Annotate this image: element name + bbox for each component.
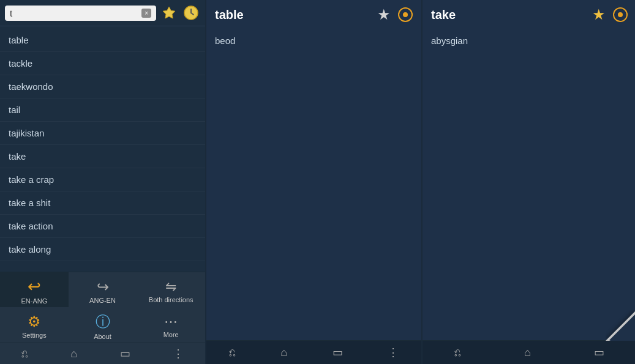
nav-label-both-directions: Both directions [149, 296, 194, 303]
left-panel: × table tackle taekwondo tail tajikistan… [0, 0, 205, 364]
nav-label-ang-en: ANG-EN [89, 297, 116, 304]
arrow-both-icon: ⇋ [165, 279, 176, 295]
middle-header: table ★ [206, 0, 421, 29]
favorite-icon[interactable]: ★ [377, 6, 391, 23]
nav-item-settings[interactable]: ⚙ Settings [0, 307, 69, 343]
list-item[interactable]: take action [0, 215, 205, 238]
star-icon[interactable] [160, 4, 178, 22]
list-item[interactable]: take along [0, 238, 205, 261]
nav-label-more: More [163, 331, 179, 338]
gear-icon: ⚙ [28, 313, 41, 330]
nav-settings-row: ⚙ Settings ⓘ About ⋯ More [0, 307, 205, 343]
right-icons: ★ [592, 6, 628, 23]
middle-system-nav: ⎌ ⌂ ▭ ⋮ [206, 340, 421, 364]
svg-marker-0 [163, 7, 175, 18]
home-icon[interactable]: ⌂ [524, 346, 531, 359]
list-item[interactable]: tajikistan [0, 122, 205, 145]
right-content: abysgian [423, 29, 635, 340]
middle-content: beod [206, 29, 421, 340]
search-input-wrapper: × [5, 6, 156, 21]
back-icon[interactable]: ⎌ [454, 346, 461, 359]
search-input[interactable] [10, 8, 141, 18]
more-icon: ⋯ [164, 314, 178, 330]
right-title: take [431, 8, 456, 22]
nav-item-en-ang[interactable]: ↩ EN-ANG [0, 272, 69, 307]
list-item[interactable]: tackle [0, 52, 205, 75]
system-nav-row: ⎌ ⌂ ▭ ⋮ [0, 343, 205, 364]
middle-translation: beod [215, 35, 235, 46]
recents-icon[interactable]: ▭ [594, 346, 604, 359]
list-item[interactable]: tail [0, 98, 205, 122]
nav-label-en-ang: EN-ANG [21, 297, 47, 305]
nav-item-ang-en[interactable]: ↪ ANG-EN [69, 272, 137, 307]
tts-dot [618, 12, 623, 17]
recents-icon[interactable]: ▭ [120, 347, 130, 360]
home-icon[interactable]: ⌂ [70, 347, 77, 360]
middle-icons: ★ [377, 6, 413, 23]
nav-item-both-directions[interactable]: ⇋ Both directions [137, 272, 205, 307]
clock-icon[interactable] [182, 4, 200, 22]
tts-dot [403, 12, 408, 17]
menu-icon[interactable]: ⋮ [173, 347, 184, 360]
home-icon[interactable]: ⌂ [280, 346, 287, 359]
clear-button[interactable]: × [141, 9, 151, 18]
middle-panel: table ★ beod ⎌ ⌂ ▭ ⋮ [206, 0, 421, 364]
right-translation: abysgian [431, 35, 468, 46]
list-item[interactable]: take a crap [0, 168, 205, 191]
middle-title: table [215, 8, 244, 22]
nav-label-about: About [94, 333, 111, 340]
nav-item-more[interactable]: ⋯ More [137, 307, 205, 343]
search-bar: × [0, 0, 205, 26]
back-icon[interactable]: ⎌ [21, 347, 28, 360]
right-system-nav: ⎌ ⌂ ▭ [423, 340, 635, 364]
bottom-nav: ↩ EN-ANG ↪ ANG-EN ⇋ Both directions ⚙ Se… [0, 272, 205, 364]
tts-icon[interactable] [398, 7, 413, 22]
recents-icon[interactable]: ▭ [333, 346, 343, 359]
menu-icon[interactable]: ⋮ [388, 346, 399, 359]
arrow-left-icon: ↩ [28, 277, 41, 296]
back-icon[interactable]: ⎌ [229, 346, 236, 359]
arrow-right-icon: ↪ [97, 278, 109, 295]
right-header: take ★ [423, 0, 635, 29]
list-item[interactable]: take [0, 145, 205, 168]
list-item[interactable]: take a shit [0, 191, 205, 215]
info-icon: ⓘ [96, 312, 110, 332]
favorite-icon[interactable]: ★ [592, 6, 606, 23]
nav-direction-row: ↩ EN-ANG ↪ ANG-EN ⇋ Both directions [0, 272, 205, 307]
list-item[interactable]: taekwondo [0, 75, 205, 98]
tts-icon[interactable] [613, 7, 628, 22]
nav-label-settings: Settings [22, 332, 47, 339]
list-item[interactable]: table [0, 29, 205, 52]
nav-item-about[interactable]: ⓘ About [69, 307, 137, 343]
right-panel: take ★ abysgian ⎌ ⌂ ▭ [423, 0, 635, 364]
